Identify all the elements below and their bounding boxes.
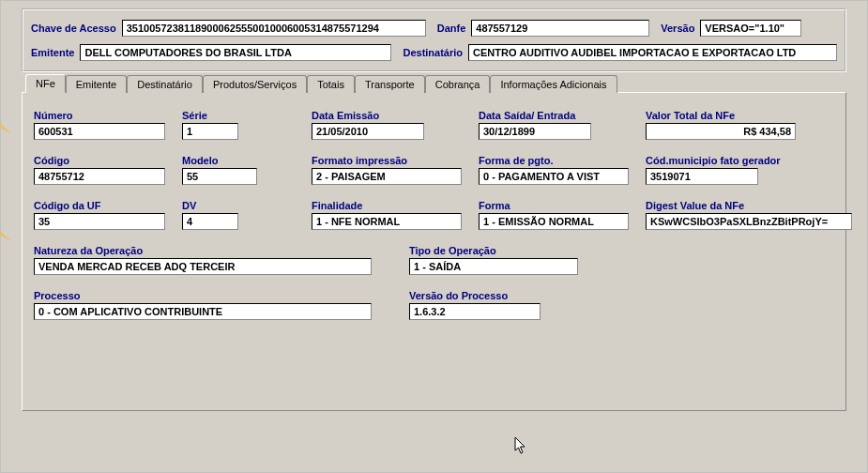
tabstrip: NFe Emitente Destinatário Produtos/Servi… bbox=[22, 74, 846, 92]
processo-label: Processo bbox=[34, 290, 372, 301]
tab-nfe[interactable]: NFe bbox=[25, 74, 66, 93]
processo-input[interactable] bbox=[34, 303, 372, 320]
tipo-op-input[interactable] bbox=[409, 258, 578, 275]
serie-input[interactable] bbox=[182, 123, 238, 140]
app-window: Chave de Acesso Danfe Versão Emitente De… bbox=[0, 0, 868, 473]
versao-proc-input[interactable] bbox=[409, 303, 541, 320]
header-panel: Chave de Acesso Danfe Versão Emitente De… bbox=[22, 8, 846, 72]
tab-totais[interactable]: Totais bbox=[307, 75, 355, 93]
tab-cobranca[interactable]: Cobrança bbox=[425, 75, 491, 93]
decorative-swirl bbox=[0, 132, 20, 245]
versao-label: Versão bbox=[661, 23, 694, 34]
data-emissao-label: Data Emissão bbox=[312, 110, 462, 121]
emitente-label: Emitente bbox=[31, 47, 74, 58]
natureza-label: Natureza da Operação bbox=[34, 245, 372, 256]
tab-transporte[interactable]: Transporte bbox=[355, 75, 425, 93]
danfe-input[interactable] bbox=[471, 20, 649, 37]
pgto-input[interactable] bbox=[479, 168, 629, 185]
tipo-op-label: Tipo de Operação bbox=[409, 245, 597, 256]
pgto-label: Forma de pgto. bbox=[479, 155, 629, 166]
chave-label: Chave de Acesso bbox=[31, 23, 116, 34]
modelo-label: Modelo bbox=[182, 155, 295, 166]
valor-total-label: Valor Total da NFe bbox=[646, 110, 868, 121]
codigo-input[interactable] bbox=[34, 168, 165, 185]
finalidade-label: Finalidade bbox=[312, 200, 462, 211]
digest-label: Digest Value da NFe bbox=[646, 200, 868, 211]
formato-input[interactable] bbox=[312, 168, 462, 185]
cod-uf-input[interactable] bbox=[34, 213, 165, 230]
tab-body-nfe: Número Série Data Emissão Data Saída/ En… bbox=[22, 92, 846, 411]
digest-input[interactable] bbox=[646, 213, 852, 230]
decorative-swirl bbox=[0, 24, 20, 137]
data-emissao-input[interactable] bbox=[312, 123, 424, 140]
valor-total-input[interactable] bbox=[646, 123, 796, 140]
forma-label: Forma bbox=[479, 200, 629, 211]
destinatario-input[interactable] bbox=[468, 44, 837, 61]
natureza-input[interactable] bbox=[34, 258, 372, 275]
tab-emitente[interactable]: Emitente bbox=[66, 75, 127, 93]
tab-destinatario[interactable]: Destinatário bbox=[127, 75, 203, 93]
numero-label: Número bbox=[34, 110, 165, 121]
danfe-label: Danfe bbox=[437, 23, 466, 34]
data-saida-input[interactable] bbox=[479, 123, 591, 140]
forma-input[interactable] bbox=[479, 213, 629, 230]
cod-mun-input[interactable] bbox=[646, 168, 758, 185]
destinatario-label: Destinatário bbox=[403, 47, 463, 58]
numero-input[interactable] bbox=[34, 123, 165, 140]
versao-input[interactable] bbox=[700, 20, 801, 37]
formato-label: Formato impressão bbox=[312, 155, 462, 166]
cod-mun-label: Cód.municipio fato gerador bbox=[646, 155, 868, 166]
cod-uf-label: Código da UF bbox=[34, 200, 165, 211]
finalidade-input[interactable] bbox=[312, 213, 462, 230]
data-saida-label: Data Saída/ Entrada bbox=[479, 110, 629, 121]
dv-label: DV bbox=[182, 200, 295, 211]
emitente-input[interactable] bbox=[80, 44, 391, 61]
tab-info[interactable]: Informações Adicionais bbox=[490, 75, 617, 93]
chave-input[interactable] bbox=[122, 20, 426, 37]
dv-input[interactable] bbox=[182, 213, 238, 230]
cursor-icon bbox=[514, 436, 527, 457]
versao-proc-label: Versão do Processo bbox=[409, 290, 541, 301]
tab-produtos[interactable]: Produtos/Serviços bbox=[203, 75, 307, 93]
serie-label: Série bbox=[182, 110, 295, 121]
modelo-input[interactable] bbox=[182, 168, 257, 185]
codigo-label: Código bbox=[34, 155, 165, 166]
